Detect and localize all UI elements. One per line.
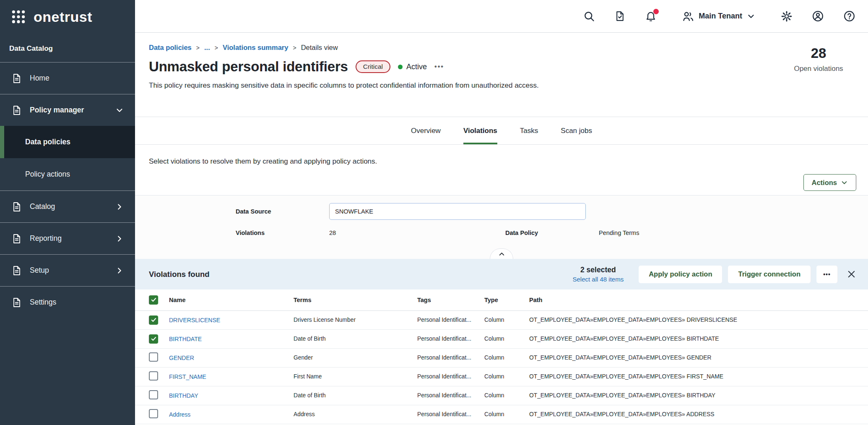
chevron-down-icon bbox=[840, 179, 848, 187]
tags-cell: Personal Identificat... bbox=[417, 310, 484, 329]
tab-overview[interactable]: Overview bbox=[411, 117, 441, 144]
filters-panel: Data Source Violations 28 Data Policy Pe… bbox=[135, 195, 868, 259]
table-row: BIRTHDAY Date of Birth Personal Identifi… bbox=[135, 386, 868, 405]
sidebar-item-label: Home bbox=[30, 74, 49, 83]
search-icon[interactable] bbox=[583, 10, 595, 22]
tenant-switcher[interactable]: Main Tenant bbox=[682, 10, 756, 23]
violation-name-link[interactable]: BIRTHDAY bbox=[169, 392, 198, 399]
sidebar-item-policy-actions[interactable]: Policy actions bbox=[0, 158, 135, 190]
status-label: Active bbox=[406, 63, 427, 71]
column-header-tags[interactable]: Tags bbox=[417, 289, 484, 310]
column-header-name[interactable]: Name bbox=[169, 289, 294, 310]
path-cell: OT_EMPLOYEE_DATA»EMPLOYEE_DATA»EMPLOYEES… bbox=[529, 348, 868, 367]
brand-logo-text: onetrust bbox=[34, 9, 92, 25]
sidebar-item-label: Reporting bbox=[30, 234, 62, 243]
selection-summary: 2 selected Select all 48 items bbox=[572, 266, 624, 283]
column-header-type[interactable]: Type bbox=[484, 289, 529, 310]
sidebar-item-catalog[interactable]: Catalog bbox=[0, 191, 135, 222]
product-name: Data Catalog bbox=[9, 44, 135, 53]
sidebar-item-settings[interactable]: Settings bbox=[0, 287, 135, 318]
type-cell: Column bbox=[484, 405, 529, 424]
sidebar-item-label: Data policies bbox=[25, 138, 70, 146]
column-header-path[interactable]: Path bbox=[529, 289, 868, 310]
tab-tasks[interactable]: Tasks bbox=[520, 117, 538, 144]
app-window: onetrust Data Catalog Home Policy manage… bbox=[0, 0, 868, 425]
sidebar: onetrust Data Catalog Home Policy manage… bbox=[0, 0, 135, 425]
table-row: FIRST_NAME First Name Personal Identific… bbox=[135, 367, 868, 386]
violations-table: Name Terms Tags Type Path DRIVERSLICENSE… bbox=[135, 289, 868, 424]
row-checkbox[interactable] bbox=[149, 352, 158, 362]
term-cell: First Name bbox=[294, 367, 417, 386]
term-cell: Drivers License Number bbox=[294, 310, 417, 329]
violation-name-link[interactable]: BIRTHDATE bbox=[169, 336, 202, 342]
term-cell: Address bbox=[294, 405, 417, 424]
sidebar-item-label: Setup bbox=[30, 266, 49, 275]
sidebar-item-home[interactable]: Home bbox=[0, 63, 135, 94]
breadcrumb-data-policies[interactable]: Data policies bbox=[149, 44, 192, 52]
violation-name-link[interactable]: Address bbox=[169, 411, 190, 418]
instruction-text: Select violations to resolve them by cre… bbox=[149, 157, 377, 166]
path-cell: OT_EMPLOYEE_DATA»EMPLOYEE_DATA»EMPLOYEES… bbox=[529, 310, 868, 329]
row-checkbox[interactable] bbox=[149, 409, 158, 418]
selection-toolbar: Violations found 2 selected Select all 4… bbox=[135, 259, 868, 289]
open-violations-label: Open violations bbox=[781, 65, 856, 73]
path-cell: OT_EMPLOYEE_DATA»EMPLOYEE_DATA»EMPLOYEES… bbox=[529, 386, 868, 405]
chevron-right-icon bbox=[115, 234, 124, 243]
type-cell: Column bbox=[484, 348, 529, 367]
trigger-connection-button[interactable]: Trigger connection bbox=[728, 266, 811, 283]
status-badge: Active bbox=[398, 63, 427, 71]
document-check-icon[interactable] bbox=[614, 10, 626, 22]
tab-scan-jobs[interactable]: Scan jobs bbox=[561, 117, 592, 144]
gear-icon[interactable] bbox=[781, 10, 793, 22]
data-source-input[interactable] bbox=[329, 203, 586, 220]
breadcrumb-violations-summary[interactable]: Violations summary bbox=[223, 44, 288, 52]
term-cell: Gender bbox=[294, 348, 417, 367]
actions-button[interactable]: Actions bbox=[803, 174, 856, 191]
sidebar-item-data-policies[interactable]: Data policies bbox=[0, 126, 135, 158]
document-icon bbox=[11, 105, 22, 116]
select-all-link[interactable]: Select all 48 items bbox=[572, 276, 624, 283]
more-actions-icon[interactable]: ••• bbox=[816, 266, 837, 283]
column-header-terms[interactable]: Terms bbox=[294, 289, 417, 310]
sidebar-item-policy-manager[interactable]: Policy manager bbox=[0, 94, 135, 126]
select-all-checkbox[interactable] bbox=[149, 295, 158, 305]
title-row: Unmasked personal identifiers Critical A… bbox=[149, 59, 856, 75]
data-source-row: Data Source bbox=[236, 203, 856, 220]
document-icon bbox=[11, 201, 22, 212]
more-options-icon[interactable]: ••• bbox=[434, 63, 444, 70]
violations-label: Violations bbox=[236, 229, 329, 236]
help-icon[interactable] bbox=[843, 10, 855, 22]
top-bar: Main Tenant bbox=[135, 0, 868, 33]
breadcrumb-separator: > bbox=[215, 44, 218, 51]
term-cell: Date of Birth bbox=[294, 329, 417, 348]
close-icon[interactable] bbox=[847, 269, 856, 279]
brand-header[interactable]: onetrust bbox=[0, 0, 135, 34]
row-checkbox[interactable] bbox=[149, 334, 158, 344]
row-checkbox[interactable] bbox=[149, 371, 158, 381]
breadcrumb-ellipsis[interactable]: ... bbox=[204, 44, 210, 52]
violations-table-body: DRIVERSLICENSE Drivers License Number Pe… bbox=[135, 310, 868, 424]
sidebar-item-label: Catalog bbox=[30, 202, 55, 211]
path-cell: OT_EMPLOYEE_DATA»EMPLOYEE_DATA»EMPLOYEES… bbox=[529, 329, 868, 348]
waffle-grid-icon[interactable] bbox=[11, 9, 26, 24]
violation-name-link[interactable]: GENDER bbox=[169, 355, 194, 361]
collapse-panel-button[interactable] bbox=[490, 248, 513, 259]
document-icon bbox=[11, 265, 22, 276]
sidebar-item-setup[interactable]: Setup bbox=[0, 255, 135, 286]
tags-cell: Personal Identificat... bbox=[417, 329, 484, 348]
account-icon[interactable] bbox=[812, 10, 824, 22]
row-checkbox[interactable] bbox=[149, 390, 158, 399]
violation-name-link[interactable]: FIRST_NAME bbox=[169, 373, 206, 380]
table-row: GENDER Gender Personal Identificat... Co… bbox=[135, 348, 868, 367]
data-policy-label: Data Policy bbox=[505, 229, 599, 236]
summary-row: Violations 28 Data Policy Pending Terms bbox=[236, 229, 856, 236]
type-cell: Column bbox=[484, 329, 529, 348]
breadcrumb-separator: > bbox=[196, 44, 200, 51]
tab-violations[interactable]: Violations bbox=[463, 117, 497, 144]
apply-policy-action-button[interactable]: Apply policy action bbox=[639, 266, 722, 283]
violation-name-link[interactable]: DRIVERSLICENSE bbox=[169, 317, 220, 323]
tags-cell: Personal Identificat... bbox=[417, 386, 484, 405]
sidebar-item-reporting[interactable]: Reporting bbox=[0, 223, 135, 254]
notifications-bell-icon[interactable] bbox=[645, 10, 657, 22]
row-checkbox[interactable] bbox=[149, 315, 158, 325]
